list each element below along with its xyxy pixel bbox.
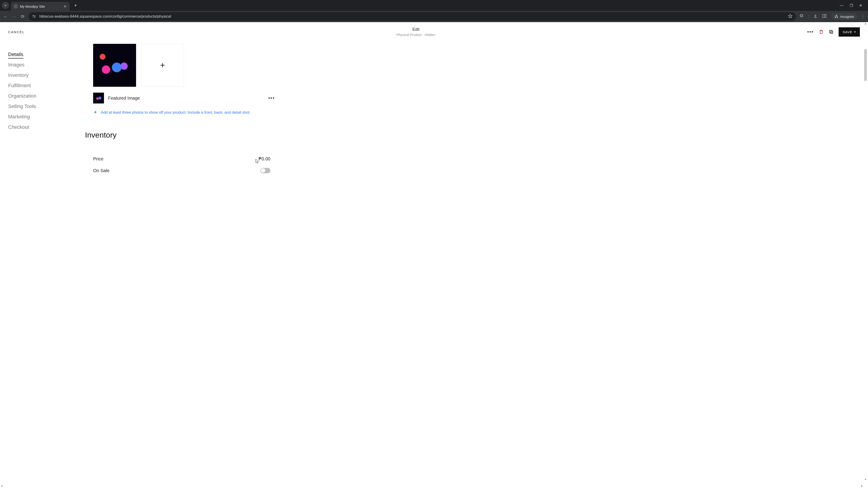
browser-chrome: My Moodjoy Site ✕ + — ❐ ✕ ← → ⟳ hibiscus… xyxy=(0,0,868,22)
chevron-down-icon: ▾ xyxy=(854,30,856,33)
product-image-thumbnail[interactable] xyxy=(93,44,136,87)
sidebar-item-label: Checkout xyxy=(8,124,29,130)
svg-rect-9 xyxy=(830,31,833,33)
price-row[interactable]: Price ₱0.00 xyxy=(85,153,284,165)
window-close-button[interactable]: ✕ xyxy=(859,3,862,8)
nav-reload-button[interactable]: ⟳ xyxy=(20,14,25,19)
horizontal-scrollbar[interactable]: ◄ ► xyxy=(0,484,864,488)
incognito-indicator[interactable]: Incognito xyxy=(831,13,857,20)
header-actions: ••• SAVE ▾ xyxy=(807,27,860,37)
sidebar-item-label: Fulfillment xyxy=(8,83,31,88)
featured-image-label: Featured Image xyxy=(108,96,140,101)
browser-menu-button[interactable]: ⋮ xyxy=(860,14,865,19)
app-content: CANCEL Edit Physical Product · Hidden ••… xyxy=(0,22,868,488)
more-actions-button[interactable]: ••• xyxy=(807,29,814,35)
tab-title: My Moodjoy Site xyxy=(20,4,61,8)
editor-sidebar: Details Images Inventory Fulfillment Org… xyxy=(8,44,76,176)
incognito-icon xyxy=(834,14,838,19)
cancel-button[interactable]: CANCEL xyxy=(8,30,25,34)
editor-header: CANCEL Edit Physical Product · Hidden ••… xyxy=(0,22,868,41)
scroll-up-arrow[interactable]: ▲ xyxy=(864,22,867,25)
sidebar-item-marketing[interactable]: Marketing xyxy=(8,111,76,122)
sidebar-item-label: Organization xyxy=(8,93,36,99)
downloads-icon[interactable] xyxy=(813,14,817,19)
window-maximize-button[interactable]: ❐ xyxy=(850,3,853,8)
editor-main: + Featured Image ••• Add at least three … xyxy=(85,44,288,176)
bookmark-star-icon[interactable] xyxy=(788,14,793,19)
site-settings-icon[interactable] xyxy=(32,14,36,19)
on-sale-label: On Sale xyxy=(93,168,110,173)
image-tip-link[interactable]: Add at least three photos to show off yo… xyxy=(85,110,288,115)
nav-forward-button[interactable]: → xyxy=(11,14,17,19)
on-sale-toggle[interactable] xyxy=(260,168,270,173)
price-label: Price xyxy=(93,156,103,162)
toggle-knob xyxy=(261,168,266,173)
scroll-right-arrow[interactable]: ► xyxy=(861,484,864,487)
sidebar-item-label: Inventory xyxy=(8,72,29,78)
tab-close-button[interactable]: ✕ xyxy=(64,4,66,8)
sidebar-item-fulfillment[interactable]: Fulfillment xyxy=(8,80,76,91)
svg-point-3 xyxy=(34,17,35,17)
window-controls: — ❐ ✕ xyxy=(840,3,866,8)
inventory-section-title: Inventory xyxy=(85,131,288,139)
sidebar-item-checkout[interactable]: Checkout xyxy=(8,122,76,132)
toolbar-divider xyxy=(808,14,809,19)
nav-back-button[interactable]: ← xyxy=(3,14,8,19)
header-title-group: Edit Physical Product · Hidden xyxy=(397,27,435,37)
svg-rect-10 xyxy=(830,30,832,33)
extensions-icon[interactable] xyxy=(799,14,804,19)
tab-favicon xyxy=(13,4,18,8)
plus-icon: + xyxy=(160,61,165,70)
product-images-row: + xyxy=(85,44,288,87)
sidebar-item-label: Selling Tools xyxy=(8,103,36,109)
browser-toolbar: ← → ⟳ hibiscus-seabass-6444.squarespace.… xyxy=(0,11,868,22)
duplicate-icon xyxy=(829,29,834,34)
tab-strip: My Moodjoy Site ✕ + — ❐ ✕ xyxy=(0,0,868,11)
toolbar-actions: Incognito xyxy=(799,13,857,20)
sidebar-item-selling-tools[interactable]: Selling Tools xyxy=(8,101,76,111)
trash-icon xyxy=(819,29,824,34)
sidebar-item-label: Marketing xyxy=(8,114,30,120)
vertical-scrollbar[interactable]: ▲ ▼ xyxy=(864,22,868,481)
sidebar-item-images[interactable]: Images xyxy=(8,60,76,70)
page-title: Edit xyxy=(397,27,435,32)
duplicate-button[interactable] xyxy=(829,29,834,34)
scroll-left-arrow[interactable]: ◄ xyxy=(0,484,3,487)
sidebar-item-organization[interactable]: Organization xyxy=(8,91,76,101)
on-sale-row: On Sale xyxy=(85,165,284,176)
featured-image-row: Featured Image ••• xyxy=(85,93,288,103)
save-button[interactable]: SAVE ▾ xyxy=(839,27,860,37)
chevron-down-icon xyxy=(4,4,7,7)
new-tab-button[interactable]: + xyxy=(72,3,79,8)
vertical-scrollbar-thumb[interactable] xyxy=(864,49,867,81)
url-text: hibiscus-seabass-6444.squarespace.com/co… xyxy=(39,14,785,19)
editor-body: Details Images Inventory Fulfillment Org… xyxy=(0,41,868,186)
svg-rect-7 xyxy=(823,14,826,18)
sidebar-item-label: Images xyxy=(8,62,24,68)
svg-point-0 xyxy=(33,15,34,16)
price-value: ₱0.00 xyxy=(258,156,270,162)
image-tip-text: Add at least three photos to show off yo… xyxy=(101,110,250,115)
tab-search-button[interactable] xyxy=(2,2,9,9)
side-panel-icon[interactable] xyxy=(822,14,827,19)
delete-button[interactable] xyxy=(819,29,824,34)
sidebar-item-inventory[interactable]: Inventory xyxy=(8,70,76,80)
sparkle-icon xyxy=(93,110,98,115)
featured-image-menu-button[interactable]: ••• xyxy=(268,95,275,101)
add-image-button[interactable]: + xyxy=(141,44,184,87)
window-minimize-button[interactable]: — xyxy=(840,3,843,8)
save-button-label: SAVE xyxy=(843,30,852,34)
sidebar-item-details[interactable]: Details xyxy=(8,49,76,60)
scroll-down-arrow[interactable]: ▼ xyxy=(864,478,867,481)
sidebar-item-label: Details xyxy=(8,52,23,59)
svg-marker-6 xyxy=(788,14,792,18)
url-bar[interactable]: hibiscus-seabass-6444.squarespace.com/co… xyxy=(29,12,796,21)
incognito-label: Incognito xyxy=(840,15,854,19)
page-subtitle: Physical Product · Hidden xyxy=(397,33,435,37)
browser-tab[interactable]: My Moodjoy Site ✕ xyxy=(11,2,70,11)
featured-image-thumbnail[interactable] xyxy=(93,93,104,103)
